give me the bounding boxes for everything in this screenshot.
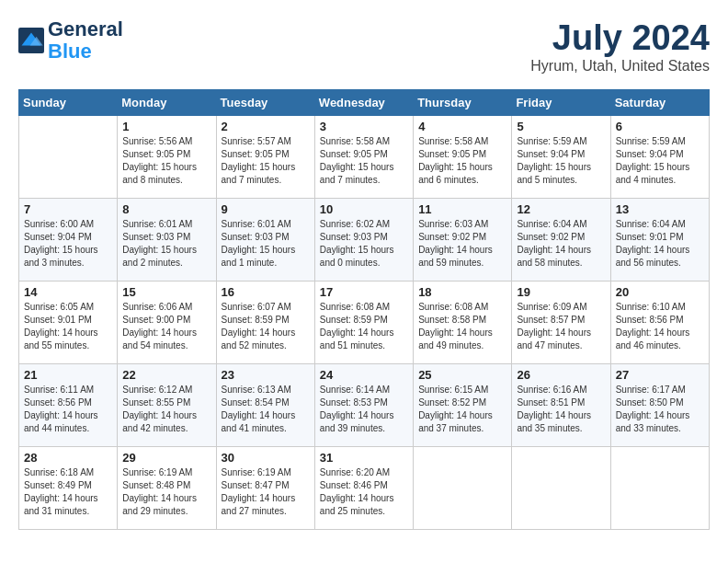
calendar-cell [512, 447, 610, 530]
calendar-cell: 3Sunrise: 5:58 AM Sunset: 9:05 PM Daylig… [314, 116, 413, 199]
calendar-cell: 24Sunrise: 6:14 AM Sunset: 8:53 PM Dayli… [314, 364, 413, 447]
day-info: Sunrise: 6:00 AM Sunset: 9:04 PM Dayligh… [24, 218, 112, 270]
day-info: Sunrise: 6:16 AM Sunset: 8:51 PM Dayligh… [517, 384, 605, 435]
day-number: 22 [122, 368, 210, 382]
day-info: Sunrise: 6:12 AM Sunset: 8:55 PM Dayligh… [122, 384, 210, 435]
day-info: Sunrise: 5:58 AM Sunset: 9:05 PM Dayligh… [418, 135, 506, 187]
day-info: Sunrise: 6:14 AM Sunset: 8:53 PM Dayligh… [320, 384, 408, 435]
day-info: Sunrise: 6:03 AM Sunset: 9:02 PM Dayligh… [418, 218, 506, 270]
calendar-cell [414, 447, 512, 530]
day-number: 25 [418, 368, 506, 382]
calendar-cell: 31Sunrise: 6:20 AM Sunset: 8:46 PM Dayli… [314, 447, 413, 530]
calendar-cell: 26Sunrise: 6:16 AM Sunset: 8:51 PM Dayli… [512, 364, 610, 447]
location: Hyrum, Utah, United States [530, 58, 710, 75]
weekday-header-saturday: Saturday [610, 90, 709, 116]
day-number: 11 [418, 202, 506, 216]
day-number: 8 [122, 202, 210, 216]
day-info: Sunrise: 6:04 AM Sunset: 9:02 PM Dayligh… [517, 218, 605, 270]
day-number: 21 [24, 368, 112, 382]
day-info: Sunrise: 5:57 AM Sunset: 9:05 PM Dayligh… [222, 135, 310, 187]
day-number: 12 [517, 202, 605, 216]
calendar-cell: 30Sunrise: 6:19 AM Sunset: 8:47 PM Dayli… [216, 447, 314, 530]
day-info: Sunrise: 6:05 AM Sunset: 9:01 PM Dayligh… [24, 301, 112, 352]
day-info: Sunrise: 5:59 AM Sunset: 9:04 PM Dayligh… [616, 135, 704, 187]
weekday-header-row: SundayMondayTuesdayWednesdayThursdayFrid… [19, 90, 710, 116]
day-number: 15 [122, 285, 210, 299]
day-info: Sunrise: 6:02 AM Sunset: 9:03 PM Dayligh… [320, 218, 408, 270]
day-number: 1 [122, 120, 210, 133]
calendar-cell: 9Sunrise: 6:01 AM Sunset: 9:03 PM Daylig… [216, 199, 314, 282]
day-info: Sunrise: 6:20 AM Sunset: 8:46 PM Dayligh… [320, 466, 408, 518]
day-number: 20 [616, 285, 704, 299]
day-number: 2 [222, 120, 310, 133]
calendar-cell: 10Sunrise: 6:02 AM Sunset: 9:03 PM Dayli… [314, 199, 413, 282]
day-number: 23 [222, 368, 310, 382]
calendar-cell: 2Sunrise: 5:57 AM Sunset: 9:05 PM Daylig… [216, 116, 314, 199]
weekday-header-thursday: Thursday [414, 90, 512, 116]
calendar-table: SundayMondayTuesdayWednesdayThursdayFrid… [18, 89, 710, 530]
day-info: Sunrise: 6:18 AM Sunset: 8:49 PM Dayligh… [24, 466, 112, 518]
day-info: Sunrise: 6:01 AM Sunset: 9:03 PM Dayligh… [222, 218, 310, 270]
calendar-cell: 13Sunrise: 6:04 AM Sunset: 9:01 PM Dayli… [610, 199, 709, 282]
month-title: July 2024 [530, 18, 710, 58]
day-info: Sunrise: 6:04 AM Sunset: 9:01 PM Dayligh… [616, 218, 704, 270]
calendar-cell [610, 447, 709, 530]
calendar-cell: 11Sunrise: 6:03 AM Sunset: 9:02 PM Dayli… [414, 199, 512, 282]
day-info: Sunrise: 6:07 AM Sunset: 8:59 PM Dayligh… [222, 301, 310, 352]
day-info: Sunrise: 6:08 AM Sunset: 8:59 PM Dayligh… [320, 301, 408, 352]
logo: General Blue [18, 18, 123, 63]
day-info: Sunrise: 6:19 AM Sunset: 8:47 PM Dayligh… [222, 466, 310, 518]
day-number: 9 [222, 202, 310, 216]
day-number: 18 [418, 285, 506, 299]
day-number: 27 [616, 368, 704, 382]
calendar-cell: 12Sunrise: 6:04 AM Sunset: 9:02 PM Dayli… [512, 199, 610, 282]
day-number: 4 [418, 120, 506, 133]
day-info: Sunrise: 5:56 AM Sunset: 9:05 PM Dayligh… [122, 135, 210, 187]
day-info: Sunrise: 6:10 AM Sunset: 8:56 PM Dayligh… [616, 301, 704, 352]
calendar-cell: 27Sunrise: 6:17 AM Sunset: 8:50 PM Dayli… [610, 364, 709, 447]
day-number: 24 [320, 368, 408, 382]
day-number: 10 [320, 202, 408, 216]
day-number: 31 [320, 451, 408, 465]
calendar-cell: 4Sunrise: 5:58 AM Sunset: 9:05 PM Daylig… [414, 116, 512, 199]
day-number: 17 [320, 285, 408, 299]
calendar-cell: 14Sunrise: 6:05 AM Sunset: 9:01 PM Dayli… [19, 282, 118, 364]
calendar-cell: 16Sunrise: 6:07 AM Sunset: 8:59 PM Dayli… [216, 282, 314, 364]
day-info: Sunrise: 6:06 AM Sunset: 9:00 PM Dayligh… [122, 301, 210, 352]
calendar-week-row: 1Sunrise: 5:56 AM Sunset: 9:05 PM Daylig… [19, 116, 710, 199]
day-info: Sunrise: 6:01 AM Sunset: 9:03 PM Dayligh… [122, 218, 210, 270]
day-info: Sunrise: 6:08 AM Sunset: 8:58 PM Dayligh… [418, 301, 506, 352]
calendar-week-row: 7Sunrise: 6:00 AM Sunset: 9:04 PM Daylig… [19, 199, 710, 282]
logo-text: General Blue [48, 18, 123, 63]
day-info: Sunrise: 6:15 AM Sunset: 8:52 PM Dayligh… [418, 384, 506, 435]
title-block: July 2024 Hyrum, Utah, United States [530, 18, 710, 75]
calendar-cell: 7Sunrise: 6:00 AM Sunset: 9:04 PM Daylig… [19, 199, 118, 282]
day-number: 30 [222, 451, 310, 465]
weekday-header-sunday: Sunday [19, 90, 118, 116]
calendar-cell: 17Sunrise: 6:08 AM Sunset: 8:59 PM Dayli… [314, 282, 413, 364]
calendar-cell: 25Sunrise: 6:15 AM Sunset: 8:52 PM Dayli… [414, 364, 512, 447]
weekday-header-tuesday: Tuesday [216, 90, 314, 116]
day-number: 26 [517, 368, 605, 382]
calendar-cell: 23Sunrise: 6:13 AM Sunset: 8:54 PM Dayli… [216, 364, 314, 447]
calendar-cell: 1Sunrise: 5:56 AM Sunset: 9:05 PM Daylig… [118, 116, 216, 199]
calendar-cell: 20Sunrise: 6:10 AM Sunset: 8:56 PM Dayli… [610, 282, 709, 364]
day-info: Sunrise: 6:17 AM Sunset: 8:50 PM Dayligh… [616, 384, 704, 435]
day-number: 29 [122, 451, 210, 465]
page-header: General Blue July 2024 Hyrum, Utah, Unit… [18, 18, 710, 75]
day-number: 3 [320, 120, 408, 133]
day-number: 13 [616, 202, 704, 216]
calendar-cell: 21Sunrise: 6:11 AM Sunset: 8:56 PM Dayli… [19, 364, 118, 447]
weekday-header-friday: Friday [512, 90, 610, 116]
day-number: 19 [517, 285, 605, 299]
calendar-cell: 8Sunrise: 6:01 AM Sunset: 9:03 PM Daylig… [118, 199, 216, 282]
day-info: Sunrise: 5:59 AM Sunset: 9:04 PM Dayligh… [517, 135, 605, 187]
calendar-cell: 15Sunrise: 6:06 AM Sunset: 9:00 PM Dayli… [118, 282, 216, 364]
weekday-header-monday: Monday [118, 90, 216, 116]
calendar-cell: 28Sunrise: 6:18 AM Sunset: 8:49 PM Dayli… [19, 447, 118, 530]
calendar-week-row: 28Sunrise: 6:18 AM Sunset: 8:49 PM Dayli… [19, 447, 710, 530]
calendar-cell: 18Sunrise: 6:08 AM Sunset: 8:58 PM Dayli… [414, 282, 512, 364]
day-info: Sunrise: 6:09 AM Sunset: 8:57 PM Dayligh… [517, 301, 605, 352]
calendar-cell [19, 116, 118, 199]
day-number: 28 [24, 451, 112, 465]
